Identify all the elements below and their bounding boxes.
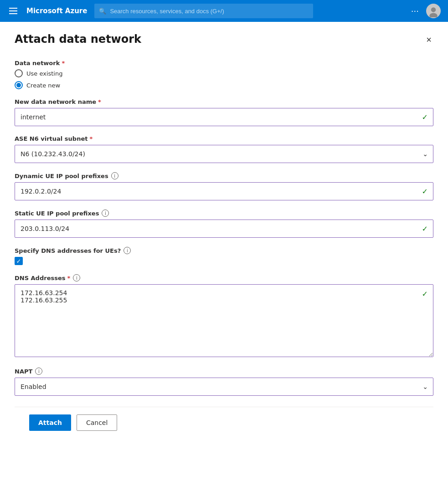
checkbox-box[interactable]: ✓: [15, 257, 23, 265]
dynamic-ue-wrapper: ✓: [15, 182, 433, 200]
close-button[interactable]: ×: [424, 33, 433, 47]
new-data-network-name-section: New data network name * ✓: [15, 98, 433, 126]
panel-title: Attach data network: [15, 33, 141, 46]
ase-n6-section: ASE N6 virtual subnet * N6 (10.232.43.0/…: [15, 135, 433, 163]
dynamic-ue-section: Dynamic UE IP pool prefixes i ✓: [15, 172, 433, 200]
search-icon: 🔍: [99, 8, 106, 15]
data-network-section: Data network * Use existing Create new: [15, 60, 433, 89]
avatar[interactable]: [426, 4, 441, 18]
brand-name: Microsoft Azure: [26, 7, 87, 15]
hamburger-menu[interactable]: [7, 6, 19, 16]
radio-use-existing-label: Use existing: [26, 70, 62, 77]
required-star: *: [62, 60, 65, 66]
main-content: Attach data network × Data network * Use…: [0, 22, 448, 501]
panel: Attach data network × Data network * Use…: [0, 22, 448, 501]
info-icon-static[interactable]: i: [102, 210, 109, 217]
dns-addresses-wrapper: 172.16.63.254 172.16.63.255 ✓: [15, 284, 433, 358]
radio-use-existing-input[interactable]: [15, 69, 23, 77]
info-icon-dynamic[interactable]: i: [111, 172, 118, 179]
panel-header: Attach data network ×: [15, 33, 433, 47]
static-ue-label: Static UE IP pool prefixes i: [15, 210, 433, 217]
data-network-label: Data network *: [15, 60, 433, 66]
more-options-button[interactable]: ···: [407, 5, 422, 18]
specify-dns-section: Specify DNS addresses for UEs? i ✓: [15, 247, 433, 265]
specify-dns-checkbox[interactable]: ✓: [15, 257, 433, 265]
radio-create-new[interactable]: Create new: [15, 81, 433, 89]
required-star-name: *: [98, 98, 101, 105]
info-icon-dns[interactable]: i: [73, 274, 80, 281]
navbar-right: ···: [407, 4, 441, 18]
static-ue-input[interactable]: [15, 220, 433, 238]
checkmark-icon: ✓: [16, 258, 21, 264]
dns-addresses-section: DNS Addresses * i 172.16.63.254 172.16.6…: [15, 274, 433, 358]
dynamic-ue-input[interactable]: [15, 182, 433, 200]
radio-group: Use existing Create new: [15, 69, 433, 89]
static-ue-section: Static UE IP pool prefixes i ✓: [15, 210, 433, 238]
required-star-dns: *: [67, 275, 71, 281]
info-icon-napt[interactable]: i: [35, 368, 42, 375]
new-data-network-name-wrapper: ✓: [15, 108, 433, 126]
dns-addresses-label: DNS Addresses * i: [15, 274, 433, 281]
napt-dropdown[interactable]: Enabled: [15, 378, 433, 396]
ase-n6-dropdown-wrapper: N6 (10.232.43.0/24) ⌄: [15, 145, 433, 163]
radio-create-new-input[interactable]: [15, 81, 23, 89]
check-icon-name: ✓: [422, 113, 428, 122]
specify-dns-label: Specify DNS addresses for UEs? i: [15, 247, 433, 254]
new-data-network-name-label: New data network name *: [15, 98, 433, 105]
check-icon-static: ✓: [422, 225, 428, 233]
dns-addresses-textarea[interactable]: 172.16.63.254 172.16.63.255: [15, 284, 433, 357]
ase-n6-dropdown[interactable]: N6 (10.232.43.0/24): [15, 145, 433, 163]
attach-button[interactable]: Attach: [29, 414, 71, 431]
napt-section: NAPT i Enabled ⌄: [15, 368, 433, 396]
napt-dropdown-wrapper: Enabled ⌄: [15, 378, 433, 396]
new-data-network-name-input[interactable]: [15, 108, 433, 126]
required-star-ase: *: [89, 135, 93, 142]
search-bar[interactable]: 🔍: [94, 4, 313, 18]
navbar: Microsoft Azure 🔍 ···: [0, 0, 448, 22]
radio-use-existing[interactable]: Use existing: [15, 69, 433, 77]
dynamic-ue-label: Dynamic UE IP pool prefixes i: [15, 172, 433, 179]
svg-point-1: [431, 7, 436, 12]
check-icon-dns: ✓: [422, 290, 428, 298]
info-icon-dns-specify[interactable]: i: [124, 247, 131, 254]
check-icon-dynamic: ✓: [422, 187, 428, 196]
radio-create-new-label: Create new: [26, 82, 60, 89]
static-ue-wrapper: ✓: [15, 220, 433, 238]
ase-n6-label: ASE N6 virtual subnet *: [15, 135, 433, 142]
action-bar: Attach Cancel: [15, 407, 433, 438]
cancel-button[interactable]: Cancel: [77, 414, 117, 431]
napt-label: NAPT i: [15, 368, 433, 375]
search-input[interactable]: [110, 8, 309, 15]
